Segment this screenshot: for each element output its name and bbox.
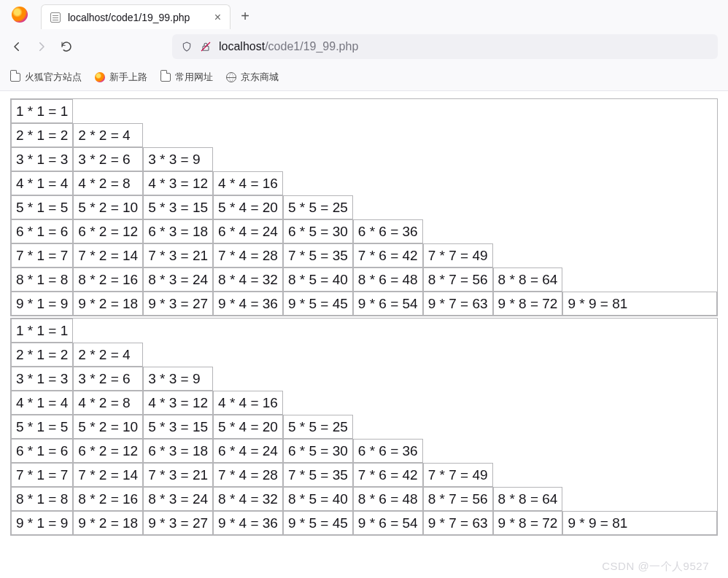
- table-cell: 8 * 3 = 24: [143, 487, 213, 511]
- url-host: localhost: [219, 40, 265, 52]
- multiplication-table: 1 * 1 = 12 * 1 = 22 * 2 = 43 * 1 = 33 * …: [10, 98, 718, 316]
- table-cell: 8 * 8 = 64: [493, 267, 563, 292]
- table-cell: 8 * 4 = 32: [213, 487, 283, 511]
- table-cell: 9 * 7 = 63: [423, 292, 493, 316]
- table-cell: 6 * 2 = 12: [73, 439, 143, 463]
- table-cell: 6 * 4 = 24: [213, 219, 283, 243]
- browser-tab[interactable]: localhost/code1/19_99.php ×: [41, 4, 231, 29]
- table-cell: 7 * 4 = 28: [213, 243, 283, 267]
- table-cell: 5 * 1 = 5: [11, 195, 73, 219]
- table-filler: [283, 391, 717, 415]
- table-cell: 2 * 2 = 4: [73, 123, 143, 147]
- bookmark-item[interactable]: 常用网址: [160, 71, 213, 84]
- bookmark-item[interactable]: 京东商城: [226, 71, 279, 84]
- table-cell: 9 * 1 = 9: [11, 511, 73, 535]
- tab-strip: localhost/code1/19_99.php × +: [0, 0, 728, 29]
- table-cell: 3 * 1 = 3: [11, 367, 73, 391]
- table-cell: 8 * 2 = 16: [73, 487, 143, 511]
- table-cell: 4 * 1 = 4: [11, 171, 73, 195]
- table-filler: [73, 319, 717, 343]
- table-filler: [562, 487, 717, 511]
- table-cell: 4 * 2 = 8: [73, 391, 143, 415]
- bookmark-label: 火狐官方站点: [25, 71, 82, 84]
- table-row: 4 * 1 = 44 * 2 = 84 * 3 = 124 * 4 = 16: [11, 391, 717, 415]
- table-cell: 5 * 2 = 10: [73, 415, 143, 439]
- table-filler: [353, 415, 717, 439]
- table-cell: 7 * 2 = 14: [73, 243, 143, 267]
- table-cell: 7 * 3 = 21: [143, 243, 213, 267]
- bookmarks-bar: 火狐官方站点新手上路常用网址京东商城: [0, 64, 728, 90]
- table-cell: 6 * 5 = 30: [283, 219, 353, 243]
- folder-icon: [10, 73, 20, 82]
- table-cell: 1 * 1 = 1: [11, 99, 73, 123]
- table-cell: 4 * 3 = 12: [143, 391, 213, 415]
- table-cell: 9 * 5 = 45: [283, 511, 353, 535]
- table-row: 2 * 1 = 22 * 2 = 4: [11, 123, 717, 147]
- table-cell: 8 * 6 = 48: [353, 487, 423, 511]
- table-row: 3 * 1 = 33 * 2 = 63 * 3 = 9: [11, 367, 717, 391]
- table-cell: 9 * 8 = 72: [493, 511, 563, 535]
- table-cell: 4 * 3 = 12: [143, 171, 213, 195]
- table-row: 8 * 1 = 88 * 2 = 168 * 3 = 248 * 4 = 328…: [11, 487, 717, 511]
- table-cell: 8 * 5 = 40: [283, 267, 353, 292]
- table-cell: 6 * 1 = 6: [11, 219, 73, 243]
- globe-icon: [226, 72, 236, 82]
- table-cell: 8 * 8 = 64: [493, 487, 563, 511]
- reload-button[interactable]: [60, 40, 73, 53]
- new-tab-button[interactable]: +: [235, 6, 255, 26]
- forward-button[interactable]: [35, 40, 48, 53]
- url-bar[interactable]: localhost/code1/19_99.php: [172, 34, 718, 59]
- table-cell: 3 * 2 = 6: [73, 147, 143, 171]
- table-filler: [213, 367, 717, 391]
- table-cell: 6 * 3 = 18: [143, 219, 213, 243]
- table-row: 7 * 1 = 77 * 2 = 147 * 3 = 217 * 4 = 287…: [11, 463, 717, 487]
- table-filler: [493, 463, 717, 487]
- table-cell: 9 * 4 = 36: [213, 292, 283, 316]
- table-cell: 5 * 3 = 15: [143, 195, 213, 219]
- table-cell: 9 * 1 = 9: [11, 292, 73, 316]
- table-cell: 5 * 3 = 15: [143, 415, 213, 439]
- table-cell: 2 * 1 = 2: [11, 343, 73, 367]
- url-path: /code1/19_99.php: [265, 40, 358, 52]
- table-cell: 4 * 4 = 16: [213, 391, 283, 415]
- firefox-icon: [95, 72, 105, 82]
- table-cell: 9 * 9 = 81: [562, 292, 717, 316]
- bookmark-item[interactable]: 新手上路: [95, 71, 147, 84]
- table-cell: 8 * 6 = 48: [353, 267, 423, 292]
- table-row: 2 * 1 = 22 * 2 = 4: [11, 343, 717, 367]
- url-text: localhost/code1/19_99.php: [219, 40, 358, 53]
- bookmark-item[interactable]: 火狐官方站点: [10, 71, 82, 84]
- table-cell: 9 * 6 = 54: [353, 511, 423, 535]
- bookmark-label: 新手上路: [109, 71, 147, 84]
- table-cell: 8 * 5 = 40: [283, 487, 353, 511]
- table-cell: 8 * 2 = 16: [73, 267, 143, 292]
- table-cell: 7 * 4 = 28: [213, 463, 283, 487]
- table-row: 6 * 1 = 66 * 2 = 126 * 3 = 186 * 4 = 246…: [11, 219, 717, 243]
- table-cell: 4 * 2 = 8: [73, 171, 143, 195]
- table-row: 3 * 1 = 33 * 2 = 63 * 3 = 9: [11, 147, 717, 171]
- table-cell: 5 * 5 = 25: [283, 195, 353, 219]
- table-row: 1 * 1 = 1: [11, 319, 717, 343]
- table-cell: 3 * 3 = 9: [143, 367, 213, 391]
- table-cell: 7 * 2 = 14: [73, 463, 143, 487]
- table-cell: 9 * 8 = 72: [493, 292, 563, 316]
- table-cell: 8 * 7 = 56: [423, 487, 493, 511]
- table-cell: 7 * 6 = 42: [353, 243, 423, 267]
- table-cell: 7 * 1 = 7: [11, 463, 73, 487]
- table-row: 5 * 1 = 55 * 2 = 105 * 3 = 155 * 4 = 205…: [11, 195, 717, 219]
- table-cell: 8 * 4 = 32: [213, 267, 283, 292]
- table-cell: 9 * 3 = 27: [143, 511, 213, 535]
- table-cell: 6 * 6 = 36: [353, 219, 423, 243]
- close-tab-button[interactable]: ×: [214, 12, 221, 23]
- table-cell: 2 * 1 = 2: [11, 123, 73, 147]
- table-cell: 7 * 1 = 7: [11, 243, 73, 267]
- table-row: 9 * 1 = 99 * 2 = 189 * 3 = 279 * 4 = 369…: [11, 511, 717, 535]
- bookmark-label: 京东商城: [241, 71, 279, 84]
- table-filler: [562, 267, 717, 292]
- table-cell: 8 * 7 = 56: [423, 267, 493, 292]
- table-cell: 7 * 7 = 49: [423, 463, 493, 487]
- table-filler: [143, 343, 717, 367]
- watermark: CSDN @一个人9527: [602, 560, 709, 574]
- back-button[interactable]: [10, 40, 23, 53]
- firefox-logo-icon: [12, 7, 28, 23]
